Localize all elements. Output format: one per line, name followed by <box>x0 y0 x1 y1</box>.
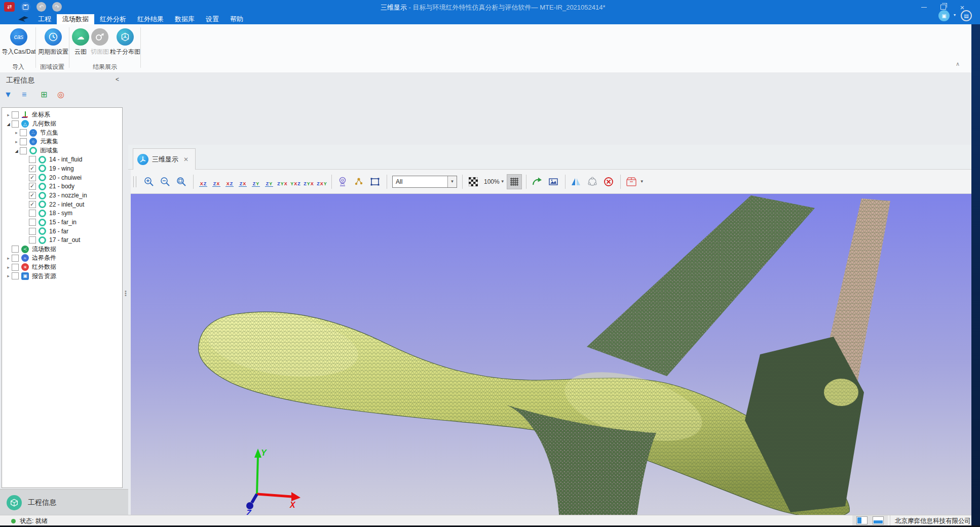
view-orientation-icon-6[interactable]: ZY <box>262 175 276 188</box>
archive-box-button[interactable] <box>624 174 639 189</box>
panel-collapse-icon[interactable]: < <box>116 76 119 83</box>
project-tree[interactable]: 坐标系 几何数据 节点集 元素集 面域集 14 - int_fluid 19 -… <box>2 107 123 488</box>
import-cas-dat-button[interactable]: cas 导入Cas/Dat <box>1 28 36 56</box>
tree-expander-icon[interactable] <box>5 121 12 127</box>
mesh-grid-toggle-button[interactable] <box>507 174 522 189</box>
opacity-percent-value[interactable]: 100% <box>484 178 500 185</box>
clear-delete-button[interactable] <box>601 174 616 189</box>
list-view-icon[interactable]: ≡ <box>22 90 26 100</box>
archive-dropdown-caret-icon[interactable]: ▼ <box>640 179 644 184</box>
grid-view-icon[interactable]: ⊞ <box>41 90 47 100</box>
tree-expander-icon[interactable] <box>5 265 12 270</box>
tree-item[interactable]: 18 - sym <box>2 209 122 218</box>
view-orientation-icon-9[interactable]: ZYX <box>302 175 315 188</box>
menu-tab-engineering[interactable]: 工程 <box>32 14 57 24</box>
tree-checkbox[interactable] <box>20 147 27 154</box>
menu-tab-settings[interactable]: 设置 <box>200 14 224 24</box>
menu-tab-infrared-results[interactable]: 红外结果 <box>132 14 169 24</box>
zoom-out-button[interactable] <box>158 174 173 189</box>
tree-checkbox[interactable] <box>29 174 36 181</box>
tree-checkbox[interactable] <box>29 156 36 163</box>
tree-expander-icon[interactable] <box>5 273 12 278</box>
layout-left-panel-toggle[interactable] <box>856 516 868 524</box>
transparency-checker-icon[interactable] <box>466 174 481 189</box>
tree-checkbox[interactable] <box>29 165 36 172</box>
save-button[interactable] <box>21 2 30 12</box>
view-orientation-icon-10[interactable]: ZXY <box>315 175 328 188</box>
tree-item[interactable]: 16 - far <box>2 227 122 236</box>
tree-item[interactable]: 红外数据 <box>2 263 122 272</box>
tree-item[interactable]: 流场数据 <box>2 245 122 254</box>
3d-viewport-canvas[interactable]: Y X Z <box>131 194 971 527</box>
manual-button[interactable]: ▤ <box>961 10 972 21</box>
tree-item[interactable]: 21 - body <box>2 182 122 191</box>
redo-button[interactable]: ↷ <box>52 2 62 12</box>
tree-item[interactable]: 17 - far_out <box>2 236 122 245</box>
view-orientation-icon-3[interactable]: XZ <box>223 175 236 188</box>
tree-checkbox[interactable] <box>12 120 19 128</box>
view-orientation-icon-1[interactable]: XZ <box>197 175 210 188</box>
zoom-fit-button[interactable] <box>174 174 189 189</box>
view-orientation-icon-2[interactable]: ZX <box>210 175 223 188</box>
tree-checkbox[interactable] <box>29 210 36 217</box>
document-tab-3d-view[interactable]: 三维显示 ✕ <box>133 148 196 170</box>
tree-expander-icon[interactable] <box>13 139 20 144</box>
app-logo-icon[interactable]: ⇄ <box>4 2 15 12</box>
opacity-dropdown-caret-icon[interactable]: ▼ <box>501 179 505 184</box>
tree-expander-icon[interactable] <box>13 130 20 135</box>
tree-item[interactable]: 15 - far_in <box>2 218 122 227</box>
tree-expander-icon[interactable] <box>5 112 12 117</box>
filter-icon[interactable]: ▼ <box>4 90 12 100</box>
dock-tab-project-info[interactable]: 工程信息 <box>0 489 128 515</box>
tree-checkbox[interactable] <box>12 255 19 262</box>
toolbar-grip-handle[interactable] <box>133 176 136 187</box>
tree-checkbox[interactable] <box>29 201 36 208</box>
tree-expander-icon[interactable] <box>13 148 20 153</box>
locate-target-icon[interactable]: ◎ <box>57 90 64 100</box>
tree-expander-icon[interactable] <box>5 256 12 261</box>
export-share-button[interactable] <box>530 174 545 189</box>
tree-item[interactable]: 报告资源 <box>2 271 122 280</box>
view-orientation-icon-7[interactable]: ZYX <box>276 175 289 188</box>
tree-checkbox[interactable] <box>12 272 19 279</box>
tree-item[interactable]: 20 - chuiwei <box>2 173 122 182</box>
view-orientation-icon-4[interactable]: ZX <box>236 175 249 188</box>
layout-bottom-panel-toggle[interactable] <box>873 516 884 524</box>
periodic-face-settings-button[interactable]: 周期面设置 <box>35 28 71 56</box>
tree-checkbox[interactable] <box>29 219 36 226</box>
tab-close-icon[interactable]: ✕ <box>183 156 189 163</box>
tree-item[interactable]: 23 - nozzle_in <box>2 191 122 200</box>
tree-checkbox[interactable] <box>20 138 27 145</box>
minimize-button[interactable] <box>914 0 933 14</box>
run-dropdown-caret-icon[interactable]: ▾ <box>954 13 956 17</box>
tree-checkbox[interactable] <box>29 236 36 244</box>
tree-item[interactable]: 22 - inlet_out <box>2 200 122 209</box>
undo-button[interactable]: ↶ <box>36 2 46 12</box>
perspective-camera-button[interactable] <box>335 174 350 189</box>
tree-checkbox[interactable] <box>29 183 36 190</box>
tree-checkbox[interactable] <box>12 246 19 253</box>
tree-checkbox[interactable] <box>20 129 27 136</box>
menu-tab-help[interactable]: 帮助 <box>224 14 249 24</box>
tree-checkbox[interactable] <box>12 111 19 118</box>
tree-item[interactable]: 19 - wing <box>2 164 122 173</box>
share-nodes-button[interactable] <box>585 174 600 189</box>
mirror-symmetry-button[interactable] <box>569 174 584 189</box>
menu-tab-infrared-analysis[interactable]: 红外分析 <box>94 14 132 24</box>
tree-item[interactable]: 节点集 <box>2 128 122 137</box>
particles-display-button[interactable] <box>351 174 366 189</box>
ribbon-collapse-chevron-icon[interactable]: ∧ <box>956 61 960 67</box>
tree-item[interactable]: 14 - int_fluid <box>2 155 122 164</box>
particle-distribution-button[interactable]: 粒子分布图 <box>107 28 143 56</box>
tree-item[interactable]: 几何数据 <box>2 119 122 129</box>
selection-box-button[interactable] <box>367 174 383 189</box>
chevron-down-icon[interactable]: ▼ <box>447 176 457 187</box>
panel-splitter-handle[interactable]: ••• <box>125 290 127 296</box>
run-button[interactable]: ▣ <box>938 10 950 21</box>
3d-viewport[interactable]: Y X Z <box>131 194 971 527</box>
view-orientation-icon-5[interactable]: ZY <box>249 175 262 188</box>
zoom-in-button[interactable] <box>141 174 157 189</box>
menu-tab-database[interactable]: 数据库 <box>169 14 200 24</box>
tree-item[interactable]: 元素集 <box>2 137 122 146</box>
view-orientation-icon-8[interactable]: YXZ <box>289 175 302 188</box>
